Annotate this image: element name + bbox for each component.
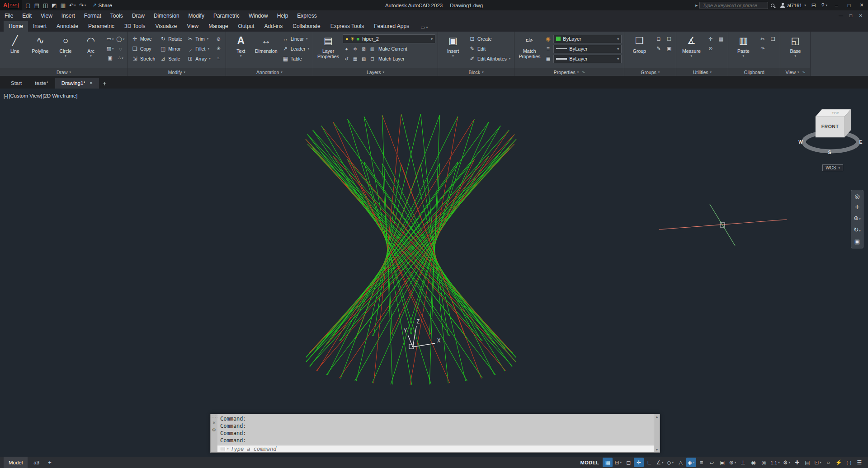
close-tab-icon[interactable]: ✕ [90, 81, 93, 85]
status-lock-ui-toggle[interactable]: ⊡▾ [813, 458, 823, 467]
status-autoscale-toggle[interactable]: ◎ [759, 458, 769, 467]
status-osnap-tracking-toggle[interactable]: △ [676, 458, 686, 467]
ribbon-tab-manage[interactable]: Manage [203, 21, 233, 32]
status-customization-toggle[interactable]: ☰ [854, 458, 864, 467]
save-button[interactable]: ◫ [41, 0, 50, 10]
crosshair-x-axis[interactable] [659, 220, 787, 229]
rectangle-button[interactable]: ▭▾ [105, 35, 115, 43]
zoom-button[interactable]: ⊕▾ [854, 215, 860, 222]
hyperboloid-line[interactable] [340, 148, 509, 341]
status-dynamic-input-toggle[interactable]: ✛ [634, 458, 644, 467]
share-button[interactable]: ↗ Share [92, 2, 112, 8]
move-button[interactable]: ✛Move [130, 34, 156, 43]
make-current-button[interactable]: Make Current [378, 46, 407, 51]
layer-isolate-icon[interactable]: ▥ [368, 45, 376, 53]
ribbon-tab-featured-apps[interactable]: Featured Apps [369, 21, 414, 32]
hyperboloid-line[interactable] [313, 130, 483, 378]
dimension-button[interactable]: ↔Dimension [254, 33, 279, 68]
create-block-button[interactable]: ⊡Create [467, 34, 512, 43]
panel-groups-label[interactable]: Groups▾ [624, 68, 676, 76]
new-file-button[interactable]: ▢ [24, 0, 32, 10]
hyperboloid-line[interactable] [310, 122, 489, 366]
close-button[interactable]: ✕ [855, 0, 868, 10]
open-file-button[interactable]: ▤ [33, 0, 41, 10]
status-grid-toggle[interactable]: ▦ [603, 458, 613, 467]
menu-edit[interactable]: Edit [18, 10, 36, 21]
hyperboloid-line[interactable] [364, 162, 495, 344]
doc-close-button[interactable]: ✕ [856, 13, 865, 18]
table-button[interactable]: ▦Table [281, 54, 311, 63]
command-customize-icon[interactable]: ⚙ [212, 427, 216, 432]
doc-minimize-button[interactable]: — [836, 13, 845, 18]
layer-dropdown[interactable]: ●☀■hiper_2▾ [343, 34, 435, 43]
copy-clip-button[interactable]: ❏ [768, 35, 778, 43]
save-as-button[interactable]: ◩ [50, 0, 58, 10]
ribbon-tab-3d-tools[interactable]: 3D Tools [119, 21, 150, 32]
quick-select-button[interactable]: ✛ [706, 35, 715, 43]
edit-attributes-button[interactable]: ✐Edit Attributes▾ [467, 54, 512, 63]
match-properties-button[interactable]: ✑Match Properties [517, 33, 542, 68]
ribbon-tab-collaborate[interactable]: Collaborate [288, 21, 325, 32]
help-button[interactable]: ?▾ [819, 0, 830, 10]
mirror-button[interactable]: ◫Mirror [158, 44, 184, 53]
ribbon-tab-express-tools[interactable]: Express Tools [326, 21, 369, 32]
command-close-icon[interactable]: ✕ [212, 421, 216, 425]
showmotion-button[interactable]: ▣ [854, 239, 860, 245]
hyperboloid-line[interactable] [333, 156, 512, 353]
layer-off-icon[interactable]: ● [343, 45, 350, 53]
maximize-button[interactable]: □ [843, 0, 855, 10]
hyperboloid-line[interactable] [306, 130, 509, 358]
lineweight-dropdown[interactable]: ByLayer▾ [553, 55, 622, 63]
status-lineweight-display-toggle[interactable]: ≡ [697, 458, 707, 467]
new-drawing-tab-button[interactable]: + [99, 79, 109, 89]
model-tab[interactable]: Model [4, 457, 28, 468]
panel-annotation-label[interactable]: Annotation▾ [226, 68, 313, 76]
ucs-y-axis[interactable] [408, 335, 413, 347]
ribbon-tab-home[interactable]: Home [4, 21, 28, 32]
hyperboloid-line[interactable] [306, 139, 505, 371]
status-3d-object-snap-toggle[interactable]: ⊕▾ [728, 458, 738, 467]
linear-button[interactable]: ↔Linear▾ [281, 34, 311, 43]
command-history[interactable]: Command:Command:Command:Command: [217, 414, 654, 445]
viewport-menu-control[interactable]: [-] [4, 93, 8, 98]
compass-west-label[interactable]: W [798, 140, 803, 145]
copy-with-basepoint-button[interactable]: ✑ [758, 44, 767, 53]
menu-window[interactable]: Window [244, 10, 273, 21]
insert-button[interactable]: ▣Insert▾ [440, 33, 466, 68]
model-space-button[interactable]: MODEL [580, 460, 599, 465]
scroll-down-icon[interactable]: ▼ [656, 448, 659, 451]
menu-parametric[interactable]: Parametric [209, 10, 244, 21]
chevron-down-icon[interactable]: ▾ [227, 447, 229, 451]
hyperboloid-line[interactable] [321, 152, 516, 357]
wcs-dropdown[interactable]: WCS ▾ [822, 164, 843, 171]
doc-restore-button[interactable]: □ [846, 13, 855, 18]
measure-button[interactable]: ∡Measure▾ [679, 33, 704, 68]
hatch-button[interactable]: ▨▾ [105, 44, 115, 53]
app-store-cart-button[interactable]: ⊟ [809, 0, 819, 10]
status-dynamic-ucs-toggle[interactable]: ⊥ [738, 458, 748, 467]
file-tab-drawing1-[interactable]: Drawing1*✕ [55, 78, 99, 89]
ribbon-display-toggle[interactable]: ▭▾ [418, 23, 430, 32]
minimize-button[interactable]: – [830, 0, 843, 10]
application-menu-button[interactable]: A CAD [0, 0, 22, 10]
status-snap-mode-toggle[interactable]: ⊞▾ [613, 458, 623, 467]
status-object-snap-toggle[interactable]: ◈▾ [686, 458, 696, 467]
compass-south-label[interactable]: S [828, 150, 831, 155]
hyperboloid-line[interactable] [306, 126, 500, 362]
search-flyout-icon[interactable]: ▸ [693, 3, 699, 8]
navigation-wheel-button[interactable]: ◎ [854, 193, 859, 200]
scroll-up-icon[interactable]: ▲ [656, 415, 659, 418]
redo-button[interactable]: ↷▾ [78, 0, 88, 10]
hyperboloid-line[interactable] [420, 164, 448, 336]
viewcube-top-label[interactable]: TOP [832, 111, 839, 115]
panel-properties-label[interactable]: Properties▾⇘ [514, 68, 624, 76]
offset-button[interactable]: ≈ [214, 54, 223, 62]
region-button[interactable]: ▣ [105, 54, 115, 62]
menu-modify[interactable]: Modify [184, 10, 209, 21]
undo-button[interactable]: ↶▾ [67, 0, 78, 10]
id-point-button[interactable]: ⊙ [706, 44, 715, 53]
ribbon-tab-visualize[interactable]: Visualize [151, 21, 182, 32]
ribbon-tab-annotate[interactable]: Annotate [52, 21, 83, 32]
command-input-placeholder[interactable]: Type a command [231, 446, 276, 452]
status-selection-cycling-toggle[interactable]: ▣ [717, 458, 727, 467]
